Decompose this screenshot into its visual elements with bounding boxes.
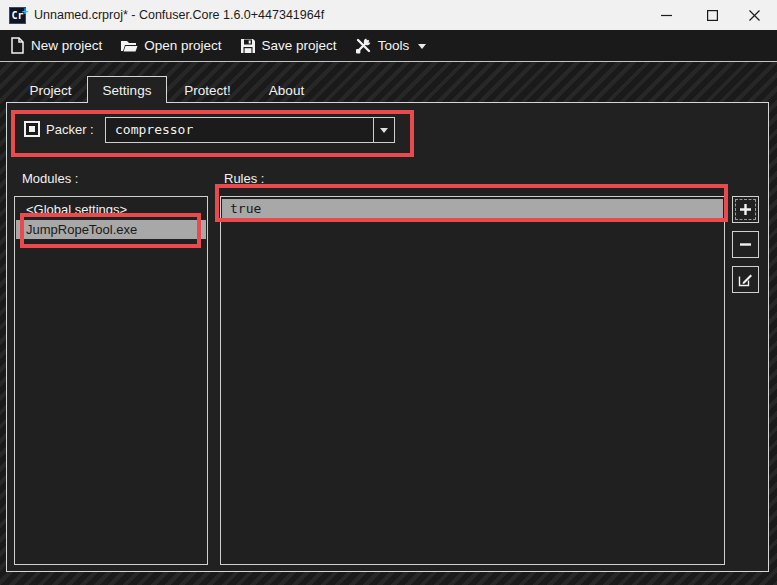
window-title: Unnamed.crproj* - Confuser.Core 1.6.0+44… [34,0,324,30]
remove-rule-button[interactable] [732,231,759,258]
list-item-rule[interactable]: true [222,199,723,218]
app-icon-plus: + [22,3,28,18]
toolbar-item-label: Save project [262,38,337,53]
close-icon [749,10,760,21]
add-rule-button[interactable] [732,196,759,223]
tab-label: Protect! [184,83,231,98]
rules-list: true [220,196,725,565]
maximize-icon [707,10,718,21]
checkbox-check-mark [29,126,35,132]
close-button[interactable] [731,0,777,30]
tab-label: About [269,83,304,98]
toolbar-item-label: New project [31,38,102,53]
packer-combobox[interactable]: compressor [105,117,395,143]
list-item-module[interactable]: JumpRopeTool.exe [16,220,206,239]
tab-label: Project [29,83,71,98]
new-project-button[interactable]: New project [10,37,102,54]
new-document-icon [10,37,25,54]
toolbar-item-label: Open project [144,38,221,53]
combobox-dropdown-button[interactable] [373,118,394,142]
minimize-icon [661,10,672,21]
tab-protect[interactable]: Protect! [167,77,248,103]
toolbar: New project Open project Save project [0,30,777,62]
minus-icon [739,238,752,251]
tab-project[interactable]: Project [14,77,87,103]
app-window: Cr + Unnamed.crproj* - Confuser.Core 1.6… [0,0,777,585]
tab-settings[interactable]: Settings [87,76,167,103]
crossed-tools-icon [355,37,372,54]
modules-list: <Global settings> JumpRopeTool.exe [14,196,208,565]
list-item-global-settings[interactable]: <Global settings> [16,200,206,219]
chevron-down-icon [380,128,388,133]
open-project-button[interactable]: Open project [120,38,221,53]
edit-pencil-icon [738,272,753,287]
maximize-button[interactable] [689,0,735,30]
tab-label: Settings [103,83,152,98]
app-icon: Cr + [9,7,26,24]
packer-combobox-value: compressor [115,118,193,142]
save-project-button[interactable]: Save project [240,38,337,54]
toolbar-item-label: Tools [378,38,410,53]
edit-rule-button[interactable] [732,266,759,293]
open-folder-icon [120,38,138,53]
tools-menu-button[interactable]: Tools [355,37,427,54]
save-floppy-icon [240,38,256,54]
title-bar: Cr + Unnamed.crproj* - Confuser.Core 1.6… [0,0,777,30]
modules-label: Modules : [22,171,78,186]
minimize-button[interactable] [643,0,689,30]
packer-checkbox[interactable] [24,121,40,137]
chevron-down-icon [418,44,426,49]
plus-icon [739,203,752,216]
tab-about[interactable]: About [248,77,325,103]
packer-label: Packer : [46,122,94,137]
rules-label: Rules : [224,171,264,186]
